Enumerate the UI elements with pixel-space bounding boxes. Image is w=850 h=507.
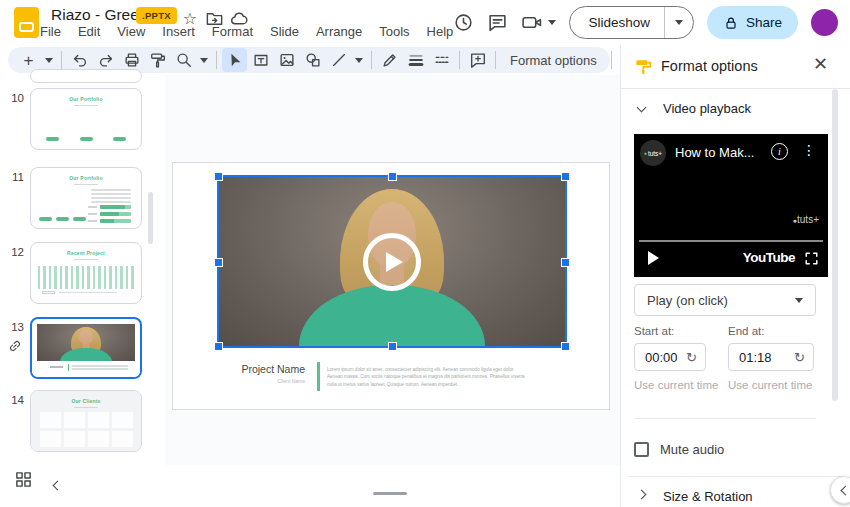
end-time-input[interactable]: 01:18 ↻	[728, 343, 814, 371]
resize-handle-middle-left[interactable]	[215, 259, 222, 266]
refresh-end-icon[interactable]: ↻	[794, 350, 805, 365]
use-current-time-start-link[interactable]: Use current time	[634, 379, 718, 391]
resize-handle-bottom-middle[interactable]	[389, 343, 396, 350]
format-options-toolbar-button[interactable]: Format options	[501, 53, 606, 68]
toolbar-separator	[216, 51, 217, 69]
grid-view-icon[interactable]	[14, 470, 33, 489]
line-caret-icon[interactable]	[352, 48, 366, 72]
slides-logo-icon[interactable]	[14, 7, 39, 38]
resize-handle-bottom-right[interactable]	[562, 343, 569, 350]
text-box-tool-button[interactable]	[248, 48, 273, 72]
slideshow-label[interactable]: Slideshow	[570, 15, 664, 30]
slide-video-selected[interactable]	[219, 177, 565, 346]
video-progress-bar[interactable]	[639, 240, 823, 242]
collapse-filmstrip-icon[interactable]	[54, 475, 61, 493]
resize-handle-top-left[interactable]	[215, 173, 222, 180]
panel-scrollbar[interactable]	[832, 89, 838, 401]
thumb-bar-chart	[38, 266, 134, 289]
slide-11-number: 11	[0, 171, 24, 183]
toolbar-separator	[611, 51, 612, 69]
project-name-block[interactable]: Project Name Client Name	[211, 363, 305, 384]
resize-handle-top-middle[interactable]	[389, 173, 396, 180]
present-camera-button[interactable]	[521, 12, 556, 33]
use-current-time-end-link[interactable]: Use current time	[728, 379, 812, 391]
slide-13-thumbnail-selected[interactable]	[30, 317, 142, 379]
add-comment-button[interactable]	[465, 48, 490, 72]
thumb-progress-rows	[88, 205, 131, 223]
horizontal-scrollbar[interactable]	[373, 492, 407, 495]
insert-line-button[interactable]	[326, 48, 351, 72]
border-color-button[interactable]	[377, 48, 402, 72]
collapse-panel-button[interactable]	[830, 476, 850, 504]
size-rotation-section-header[interactable]: Size & Rotation	[621, 487, 850, 507]
slide-13-number: 13	[0, 321, 24, 333]
zoom-caret-icon[interactable]	[197, 48, 211, 72]
video-playback-section-header[interactable]: Video playback	[621, 98, 850, 122]
mute-audio-checkbox[interactable]	[634, 442, 649, 457]
version-history-icon[interactable]	[453, 12, 474, 33]
lock-icon	[723, 15, 739, 31]
document-title[interactable]: Riazo - Green	[51, 6, 147, 24]
slide-11-thumbnail[interactable]: Our Portfolio	[30, 167, 142, 229]
youtube-logo[interactable]: YouTube	[743, 250, 795, 265]
filmstrip-scrollbar[interactable]	[148, 192, 153, 244]
bottom-bar	[0, 465, 620, 507]
video-preview-player[interactable]: ●tuts+ How to Mak... i ⋮ ●tuts+ YouTube	[634, 134, 828, 277]
video-title[interactable]: How to Mak...	[675, 145, 754, 160]
insert-image-button[interactable]	[274, 48, 299, 72]
insert-shape-button[interactable]	[300, 48, 325, 72]
slide-14-thumbnail[interactable]: Our Clients	[30, 390, 142, 452]
slide-body-text[interactable]: Lorem ipsum dolor sit amet, consectetuer…	[327, 366, 531, 388]
close-panel-icon[interactable]: ✕	[813, 55, 828, 73]
video-play-button[interactable]	[363, 233, 421, 291]
comments-icon[interactable]	[487, 12, 508, 33]
panel-divider	[621, 88, 850, 89]
slide-9-thumbnail-edge[interactable]	[30, 69, 142, 83]
start-time-input[interactable]: 00:00 ↻	[634, 343, 706, 371]
share-button[interactable]: Share	[707, 6, 798, 39]
link-icon	[8, 339, 22, 353]
slideshow-dropdown[interactable]	[664, 7, 693, 38]
play-mode-value: Play (on click)	[647, 293, 728, 308]
editing-canvas: Project Name Client Name Lorem ipsum dol…	[165, 75, 620, 465]
fullscreen-icon[interactable]	[804, 251, 819, 266]
menu-view[interactable]: View	[117, 24, 145, 39]
slideshow-button[interactable]: Slideshow	[569, 6, 694, 39]
resize-handle-top-right[interactable]	[562, 173, 569, 180]
resize-handle-middle-right[interactable]	[562, 259, 569, 266]
slide-canvas[interactable]: Project Name Client Name Lorem ipsum dol…	[172, 162, 610, 410]
resize-handle-bottom-left[interactable]	[215, 343, 222, 350]
preview-play-icon[interactable]	[648, 251, 659, 265]
toolbar-separator	[371, 51, 372, 69]
menu-file[interactable]: File	[40, 24, 61, 39]
select-tool-button[interactable]	[222, 48, 247, 72]
menu-edit[interactable]: Edit	[78, 24, 100, 39]
account-avatar[interactable]	[811, 9, 838, 36]
more-options-icon[interactable]: ⋮	[802, 142, 816, 158]
slide-10-thumbnail[interactable]: Our Portfolio	[30, 88, 142, 150]
border-weight-button[interactable]	[403, 48, 428, 72]
end-at-label: End at:	[728, 325, 764, 337]
toolbar-separator	[61, 51, 62, 69]
menu-format[interactable]: Format	[212, 24, 253, 39]
size-rotation-label: Size & Rotation	[663, 489, 753, 504]
menu-insert[interactable]: Insert	[162, 24, 195, 39]
slide-12-number: 12	[0, 246, 24, 258]
zoom-button[interactable]	[171, 48, 196, 72]
menu-slide[interactable]: Slide	[270, 24, 299, 39]
slide-12-thumbnail[interactable]: Recent Project	[30, 242, 142, 304]
menu-arrange[interactable]: Arrange	[316, 24, 362, 39]
chevron-right-icon	[637, 490, 647, 500]
menu-tools[interactable]: Tools	[379, 24, 409, 39]
channel-avatar[interactable]: ●tuts+	[640, 140, 666, 166]
present-caret-icon[interactable]	[548, 20, 556, 25]
menu-help[interactable]: Help	[427, 24, 454, 39]
play-mode-dropdown[interactable]: Play (on click)	[634, 284, 816, 316]
paint-format-button[interactable]	[145, 48, 170, 72]
info-icon[interactable]: i	[771, 143, 788, 160]
border-dash-button[interactable]	[429, 48, 454, 72]
mute-audio-row[interactable]: Mute audio	[634, 442, 724, 457]
thumb-buttons	[31, 137, 141, 142]
menu-bar: File Edit View Insert Format Slide Arran…	[40, 24, 453, 39]
refresh-start-icon[interactable]: ↻	[686, 350, 697, 365]
